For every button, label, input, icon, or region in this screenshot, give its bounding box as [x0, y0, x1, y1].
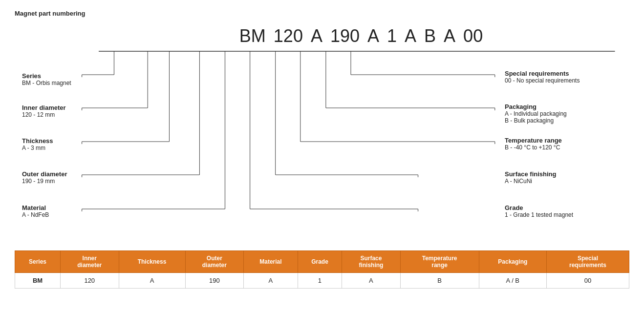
cell-thickness: A: [119, 273, 185, 289]
col-temperature-range: Temperaturerange: [400, 251, 479, 273]
table-row: BM 120 A 190 A 1 A B A / B 00: [15, 273, 629, 289]
col-series: Series: [15, 251, 61, 273]
page-title: Magnet part numbering: [15, 10, 629, 17]
diagram-area: BM 120 A 190 A 1 A B A 00: [15, 26, 629, 241]
label-outer-diameter: Outer diameter 190 - 19 mm: [22, 170, 67, 185]
col-outer-diameter: Outerdiameter: [185, 251, 244, 273]
col-inner-diameter: Innerdiameter: [60, 251, 119, 273]
cell-series: BM: [15, 273, 61, 289]
label-inner-diameter: Inner diameter 120 - 12 mm: [22, 104, 66, 118]
cell-inner-diameter: 120: [60, 273, 119, 289]
label-surface-finishing: Surface finishing A - NiCuNi: [505, 170, 622, 185]
cell-grade: 1: [298, 273, 342, 289]
col-surface-finishing: Surfacefinishing: [342, 251, 400, 273]
cell-special-requirements: 00: [547, 273, 629, 289]
table-header-row: Series Innerdiameter Thickness Outerdiam…: [15, 251, 629, 273]
label-material: Material A - NdFeB: [22, 204, 49, 218]
part-number-table: Series Innerdiameter Thickness Outerdiam…: [15, 250, 629, 289]
col-material: Material: [244, 251, 298, 273]
col-grade: Grade: [298, 251, 342, 273]
label-thickness: Thickness A - 3 mm: [22, 137, 53, 151]
cell-surface-finishing: A: [342, 273, 400, 289]
label-packaging: Packaging A - Individual packaging B - B…: [505, 103, 622, 124]
label-special-req: Special requirements 00 - No special req…: [505, 70, 622, 84]
cell-outer-diameter: 190: [185, 273, 244, 289]
col-special-requirements: Specialrequirements: [547, 251, 629, 273]
col-packaging: Packaging: [479, 251, 547, 273]
label-grade: Grade 1 - Grade 1 tested magnet: [505, 204, 622, 218]
cell-temperature-range: B: [400, 273, 479, 289]
label-series: Series BM - Orbis magnet: [22, 72, 71, 86]
label-temperature-range: Temperature range B - -40 °C to +120 °C: [505, 137, 622, 151]
cell-packaging: A / B: [479, 273, 547, 289]
cell-material: A: [244, 273, 298, 289]
col-thickness: Thickness: [119, 251, 185, 273]
